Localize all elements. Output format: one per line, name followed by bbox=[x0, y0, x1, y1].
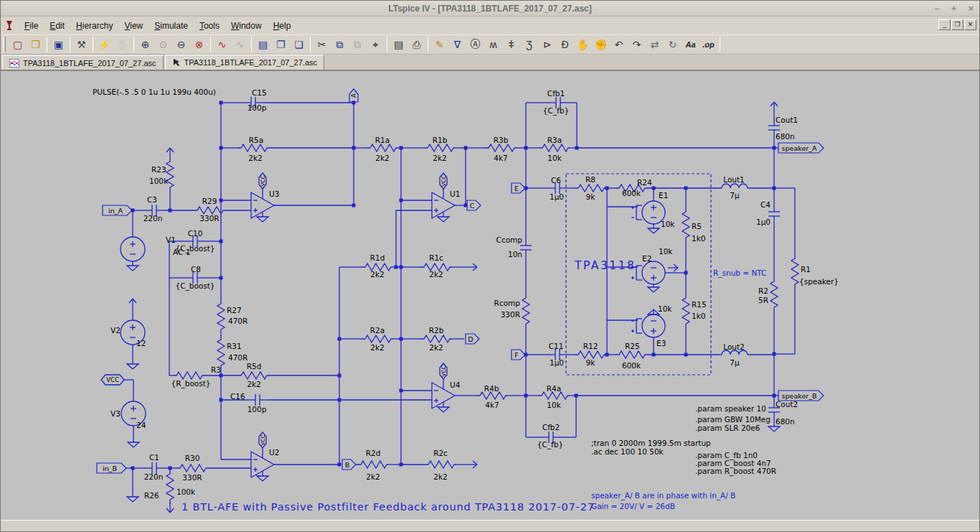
port-flag-A[interactable]: A bbox=[349, 89, 358, 102]
arrow-marker[interactable] bbox=[467, 263, 477, 271]
schematic-text[interactable]: C6 bbox=[551, 176, 561, 185]
schematic-text[interactable]: Cfb1 bbox=[547, 89, 565, 98]
component-R2b[interactable] bbox=[420, 335, 452, 342]
component-R5a[interactable] bbox=[237, 144, 269, 151]
schematic-text[interactable]: 2k2 bbox=[375, 154, 389, 162]
arrow-marker[interactable] bbox=[771, 102, 778, 112]
schematic-text[interactable]: {C_boost} bbox=[175, 244, 215, 253]
schematic-text[interactable]: 220n bbox=[143, 214, 163, 223]
schematic-text[interactable]: Lout2 bbox=[723, 342, 745, 351]
schematic-text[interactable]: 5R bbox=[758, 296, 768, 304]
open-file-icon[interactable]: ❒ bbox=[27, 36, 44, 53]
component-R25[interactable] bbox=[616, 351, 647, 358]
schematic-text[interactable]: 600k bbox=[622, 361, 641, 370]
component-R5d[interactable] bbox=[237, 372, 269, 379]
schematic-text[interactable]: R25 bbox=[625, 342, 640, 350]
copy-icon[interactable]: ⧉ bbox=[331, 36, 349, 53]
schematic-text[interactable]: 2k2 bbox=[433, 472, 447, 481]
vcc-flag[interactable]: VCC bbox=[440, 173, 447, 189]
schematic-text[interactable]: PULSE(-.5 .5 0 1u 1u 199u 400u) bbox=[93, 88, 216, 96]
schematic-canvas[interactable]: VCCVCCVCCVCCVCCin_Ain_Bspeaker_Aspeaker_… bbox=[1, 70, 979, 520]
schematic-text[interactable]: .param speaker 10 bbox=[695, 404, 766, 413]
redo-icon[interactable]: ↷ bbox=[628, 36, 646, 53]
component-R27[interactable] bbox=[217, 300, 225, 332]
schematic-text[interactable]: R2b bbox=[429, 326, 444, 335]
schematic-text[interactable]: U1 bbox=[450, 190, 460, 198]
component-R4a[interactable] bbox=[538, 392, 570, 399]
schematic-text[interactable]: R5d bbox=[247, 362, 262, 370]
schematic-text[interactable]: R2a bbox=[370, 326, 385, 335]
schematic-text[interactable]: C3 bbox=[147, 195, 157, 204]
component-R3a[interactable] bbox=[539, 144, 570, 151]
menu-view[interactable]: View bbox=[118, 19, 149, 33]
tile-windows-icon[interactable]: ▤ bbox=[254, 36, 272, 53]
mdi-minimize-button[interactable]: _ bbox=[938, 19, 951, 30]
component-R26[interactable] bbox=[166, 470, 174, 502]
schematic-text[interactable]: R4b bbox=[484, 384, 499, 393]
zoom-out-icon[interactable]: ⊖ bbox=[172, 36, 190, 53]
schematic-text[interactable]: E3 bbox=[656, 339, 666, 347]
schematic-text[interactable]: R_snub = NTC bbox=[713, 269, 766, 278]
component-R2c[interactable] bbox=[425, 461, 456, 468]
schematic-text[interactable]: C15 bbox=[252, 88, 267, 97]
schematic-text[interactable]: R1b bbox=[433, 136, 448, 144]
ground-symbol[interactable] bbox=[768, 426, 780, 431]
schematic-text[interactable]: 2k2 bbox=[247, 380, 260, 388]
schematic-text[interactable]: 2k2 bbox=[433, 154, 446, 162]
schematic-text[interactable]: C11 bbox=[549, 342, 564, 350]
component-R3[interactable] bbox=[173, 372, 204, 379]
arrow-marker[interactable] bbox=[166, 503, 174, 513]
schematic-text[interactable]: Rcomp bbox=[494, 299, 521, 307]
schematic-text[interactable]: 2k2 bbox=[366, 472, 380, 481]
draw-wire-icon[interactable]: ✎ bbox=[430, 36, 448, 53]
component-R3b[interactable] bbox=[485, 144, 517, 151]
vcc-source-flag[interactable]: VCC bbox=[101, 375, 124, 385]
schematic-text[interactable]: 100k bbox=[176, 487, 196, 496]
component-E2[interactable] bbox=[631, 261, 665, 284]
zoom-full-extents-icon[interactable]: ⊗ bbox=[190, 36, 208, 53]
mdi-restore-button[interactable]: ❐ bbox=[951, 19, 963, 30]
schematic-text[interactable]: U4 bbox=[450, 381, 461, 389]
schematic-text[interactable]: 1 BTL-AFE with Passive Postfilter Feedba… bbox=[182, 501, 595, 513]
port-flag-E[interactable]: E bbox=[512, 183, 525, 193]
schematic-text[interactable]: {C_fb} bbox=[543, 106, 569, 116]
schematic-text[interactable]: Cout1 bbox=[776, 116, 798, 124]
schematic-text[interactable]: V1 bbox=[166, 235, 176, 244]
menu-hierarchy[interactable]: Hierarchy bbox=[70, 19, 118, 33]
move-icon[interactable]: ✋ bbox=[574, 36, 592, 53]
schematic-text[interactable]: 1k0 bbox=[692, 312, 705, 320]
schematic-text[interactable]: 9k bbox=[586, 358, 596, 367]
arrow-marker[interactable] bbox=[166, 148, 174, 158]
cut-icon[interactable]: ✂ bbox=[313, 36, 331, 53]
vcc-flag[interactable]: VCC bbox=[259, 173, 266, 189]
schematic-text[interactable]: R24 bbox=[637, 178, 652, 187]
schematic-text[interactable]: 330R bbox=[199, 214, 219, 223]
ground-symbol[interactable] bbox=[257, 476, 268, 481]
component-R1[interactable] bbox=[791, 255, 798, 286]
component-R2[interactable] bbox=[771, 278, 778, 309]
component-R2a[interactable] bbox=[362, 335, 393, 342]
ground-symbol[interactable] bbox=[127, 266, 138, 271]
schematic-text[interactable]: R26 bbox=[144, 491, 159, 500]
save-icon[interactable]: ▣ bbox=[50, 36, 67, 53]
component-R5[interactable] bbox=[682, 208, 689, 240]
arrow-marker[interactable] bbox=[668, 264, 678, 271]
component-R1a[interactable] bbox=[367, 144, 398, 151]
component-C16[interactable] bbox=[247, 394, 268, 406]
schematic-text[interactable]: 9k bbox=[586, 192, 596, 201]
schematic-text[interactable]: 1k0 bbox=[692, 234, 705, 243]
schematic-text[interactable]: 1µ0 bbox=[550, 358, 564, 367]
schematic-text[interactable]: 100p bbox=[248, 103, 267, 112]
component-E1[interactable] bbox=[631, 201, 665, 224]
schematic-text[interactable]: R12 bbox=[583, 342, 598, 350]
component-R8[interactable] bbox=[575, 185, 606, 192]
schematic-text[interactable]: 1µ0 bbox=[756, 218, 771, 226]
schematic-text[interactable]: 7µ bbox=[730, 191, 740, 200]
toolbar-grip[interactable] bbox=[3, 37, 6, 52]
schematic-text[interactable]: R1c bbox=[429, 253, 443, 262]
schematic-text[interactable]: {speaker} bbox=[799, 277, 839, 286]
component-E3[interactable] bbox=[631, 314, 665, 337]
port-flag-B[interactable]: B bbox=[342, 459, 356, 470]
schematic-text[interactable]: U2 bbox=[269, 448, 279, 457]
zoom-in-icon[interactable]: ⊕ bbox=[136, 36, 154, 53]
